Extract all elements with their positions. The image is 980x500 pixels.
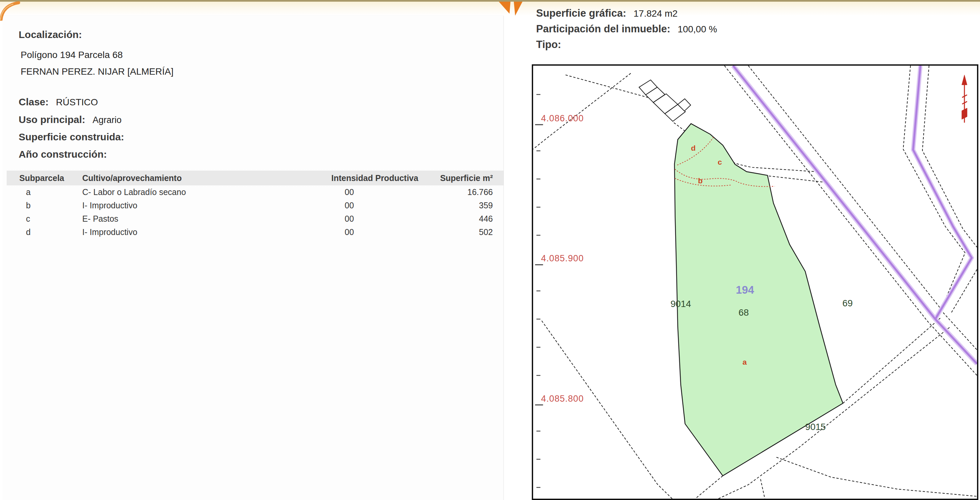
table-row: d I- Improductivo 00 502 xyxy=(7,225,503,239)
coordinate-label: 4.086.000 xyxy=(541,113,584,123)
cell-subparcela: c xyxy=(7,214,75,224)
field-ano-construccion: Año construcción: xyxy=(19,149,114,160)
coordinate-label: 4.085.800 xyxy=(541,394,584,404)
parcel-detail-panel: Localización: Polígono 194 Parcela 68 FE… xyxy=(3,16,503,500)
cell-cultivo: C- Labor o Labradío secano xyxy=(75,187,317,197)
top-gradient-band xyxy=(0,2,980,16)
col-cultivo: Cultivo/aprovechamiento xyxy=(75,173,317,183)
field-uso-principal: Uso principal:Agrario xyxy=(19,114,121,125)
cultivo-table-header: Subparcela Cultivo/aprovechamiento Inten… xyxy=(7,171,503,185)
col-superficie: Superficie m² xyxy=(426,173,497,183)
table-row: b I- Improductivo 00 359 xyxy=(7,199,503,212)
table-row: c E- Pastos 00 446 xyxy=(7,212,503,225)
cell-intensidad: 00 xyxy=(317,214,426,224)
panel-divider xyxy=(503,16,504,500)
superficie-grafica-value: 17.824 m2 xyxy=(633,8,677,19)
tab-pointer-icon xyxy=(496,2,527,17)
location-municipality: FERNAN PEREZ. NIJAR [ALMERÍA] xyxy=(21,66,173,77)
cell-subparcela: b xyxy=(7,201,75,210)
cell-cultivo: E- Pastos xyxy=(75,214,317,224)
location-polygon-parcel: Polígono 194 Parcela 68 xyxy=(21,50,123,60)
participacion-label: Participación del inmueble: xyxy=(536,23,670,35)
tipo-label: Tipo: xyxy=(536,39,561,50)
cell-subparcela: d xyxy=(7,227,75,237)
superficie-construida-label: Superficie construida: xyxy=(19,131,124,142)
uso-principal-value: Agrario xyxy=(92,115,121,125)
table-row: a C- Labor o Labradío secano 00 16.766 xyxy=(7,185,503,199)
field-superficie-construida: Superficie construida: xyxy=(19,131,132,143)
cell-superficie: 359 xyxy=(426,201,497,210)
location-label: Localización: xyxy=(19,29,82,40)
cadastral-map-canvas: 4.086.000 4.085.900 4.085.800 9014 194 6… xyxy=(533,65,977,498)
cultivo-table: Subparcela Cultivo/aprovechamiento Inten… xyxy=(7,171,503,239)
subparcel-d-label: d xyxy=(691,144,695,152)
uso-principal-label: Uso principal: xyxy=(19,114,85,125)
parcel-68-label: 68 xyxy=(738,307,749,318)
cell-superficie: 16.766 xyxy=(426,187,497,197)
field-superficie-grafica: Superficie gráfica:17.824 m2 xyxy=(536,7,678,19)
cell-subparcela: a xyxy=(7,187,75,197)
cell-cultivo: I- Improductivo xyxy=(75,201,317,210)
cell-superficie: 502 xyxy=(426,227,497,237)
parcel-69-label: 69 xyxy=(843,298,853,308)
field-clase: Clase:RÚSTICO xyxy=(19,96,98,108)
col-subparcela: Subparcela xyxy=(7,173,75,183)
subparcel-a-label: a xyxy=(743,358,747,366)
cell-superficie: 446 xyxy=(426,214,497,224)
cell-intensidad: 00 xyxy=(317,201,426,210)
cell-cultivo: I- Improductivo xyxy=(75,227,317,237)
clase-label: Clase: xyxy=(19,96,49,107)
subparcel-b-label: b xyxy=(698,176,703,185)
subparcel-c-label: c xyxy=(718,158,722,166)
field-participacion: Participación del inmueble:100,00 % xyxy=(536,23,717,35)
cell-intensidad: 00 xyxy=(317,227,426,237)
road-9014-label: 9014 xyxy=(670,299,691,309)
col-intensidad: Intensidad Productiva xyxy=(317,173,426,183)
polygon-194-label: 194 xyxy=(736,284,754,296)
superficie-grafica-label: Superficie gráfica: xyxy=(536,7,626,19)
field-tipo: Tipo: xyxy=(536,39,568,51)
road-9015-label: 9015 xyxy=(805,422,826,432)
coordinate-label: 4.085.900 xyxy=(541,253,584,264)
clase-value: RÚSTICO xyxy=(56,97,98,107)
cadastral-map: 4.086.000 4.085.900 4.085.800 9014 194 6… xyxy=(532,64,978,500)
ano-construccion-label: Año construcción: xyxy=(19,149,107,160)
cell-intensidad: 00 xyxy=(317,187,426,197)
participacion-value: 100,00 % xyxy=(678,24,717,34)
